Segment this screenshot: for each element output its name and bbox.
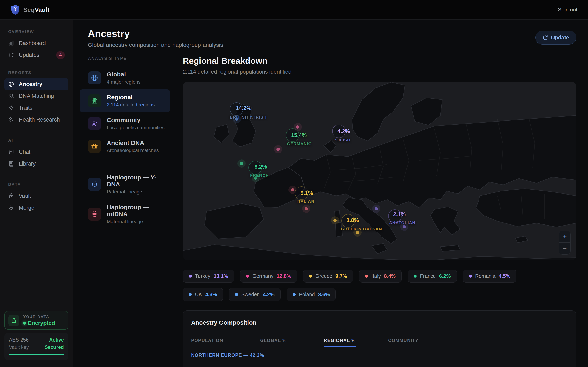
legend-value: 13.1% — [214, 273, 228, 279]
legend-dot — [235, 293, 238, 296]
lock-icon — [8, 193, 15, 199]
legend-value: 4.3% — [205, 292, 217, 298]
key-status-active: Active — [44, 337, 64, 343]
sidebar-item-ancestry[interactable]: Ancestry — [4, 78, 68, 90]
brand[interactable]: SeqVault — [11, 4, 49, 15]
sidebar-item-health-research[interactable]: Health Research — [4, 114, 68, 125]
legend-dot — [469, 275, 472, 278]
legend-row-2: UK 4.3% Sweden 4.2% Poland 3.6% — [183, 288, 576, 301]
marker-label: GREEK & BALKAN — [341, 227, 382, 231]
marker-value: 15.4% — [291, 132, 307, 138]
marker-value: 9.1% — [301, 190, 313, 196]
people-icon — [88, 117, 101, 130]
legend-value: 8.4% — [384, 273, 396, 279]
ancestry-composition-card: Ancestry Composition POPULATION GLOBAL %… — [183, 310, 576, 367]
sidebar-item-updates[interactable]: Updates 4 — [4, 49, 68, 61]
legend-dot — [309, 275, 312, 278]
page-header: Ancestry Global ancestry composition and… — [73, 20, 588, 53]
sidebar-item-dashboard[interactable]: Dashboard — [4, 37, 68, 49]
population-dot — [403, 225, 406, 228]
population-dot — [333, 219, 337, 222]
legend-chip-sweden[interactable]: Sweden 4.2% — [229, 288, 281, 301]
marker-label: FRENCH — [250, 173, 269, 178]
sidebar-item-label: Merge — [19, 205, 35, 211]
key-type: AES-256 — [9, 337, 29, 343]
legend-chip-italy[interactable]: Italy 8.4% — [359, 269, 402, 283]
status-dot — [23, 322, 26, 325]
sidebar-item-traits[interactable]: Traits — [4, 102, 68, 114]
marker-label: GERMANIC — [287, 141, 312, 146]
sign-out-link[interactable]: Sign out — [558, 7, 577, 13]
analysis-item-haplogroup-mtdna[interactable]: Haplogroup — mtDNA Maternal lineage — [80, 199, 170, 229]
column-community[interactable]: COMMUNITY — [388, 334, 568, 347]
sidebar-item-label: DNA Matching — [19, 93, 54, 99]
marker-value: 1.8% — [346, 217, 359, 224]
legend-chip-turkey[interactable]: Turkey 13.1% — [183, 269, 234, 283]
column-regional[interactable]: REGIONAL % — [324, 334, 388, 347]
marker-value: 14.2% — [236, 105, 251, 111]
sidebar-item-chat[interactable]: Chat — [4, 146, 68, 158]
analysis-item-community[interactable]: Community Local genetic communities — [80, 112, 170, 135]
zoom-in-button[interactable]: + — [559, 231, 571, 243]
bar-chart-icon — [8, 40, 15, 47]
table-row-scandinavian[interactable]: Scandinavian 18.7% 15.9% Strong Nordic B… — [183, 363, 576, 367]
marker-label: BRITISH & IRISH — [230, 115, 267, 119]
europe-map[interactable]: 14.2% BRITISH & IRISH 15.4% GERMANIC 4.2… — [183, 82, 576, 260]
marker-value: 4.2% — [337, 128, 350, 134]
sidebar-item-merge[interactable]: Merge — [4, 202, 68, 214]
microscope-icon — [8, 117, 15, 123]
sparkle-icon — [8, 105, 15, 111]
legend-name: Poland — [299, 292, 315, 298]
legend-value: 4.2% — [263, 292, 275, 298]
analysis-type-panel: ANALYSIS TYPE Global 4 major regions — [73, 53, 170, 367]
your-data-label: YOUR DATA — [23, 315, 55, 319]
population-dot — [296, 125, 299, 129]
column-population[interactable]: POPULATION — [191, 334, 260, 347]
sidebar-item-dna-matching[interactable]: DNA Matching — [4, 90, 68, 102]
section-title: Regional Breakdown — [183, 56, 576, 66]
legend-name: Sweden — [241, 292, 260, 298]
analysis-item-ancient-dna[interactable]: Ancient DNA Archaeological matches — [80, 135, 170, 158]
analysis-item-regional[interactable]: Regional 2,114 detailed regions — [80, 89, 170, 112]
chromosome-icon — [88, 208, 101, 221]
legend-chip-romania[interactable]: Romania 4.5% — [463, 269, 516, 283]
legend-chip-uk[interactable]: UK 4.3% — [183, 288, 223, 301]
sidebar-divider — [7, 175, 66, 175]
legend-chip-poland[interactable]: Poland 3.6% — [287, 288, 336, 301]
legend-row-1: Turkey 13.1% Germany 12.8% Greece 9.7% — [183, 269, 576, 283]
shield-logo-icon — [11, 4, 20, 15]
legend-chip-germany[interactable]: Germany 12.8% — [240, 269, 297, 283]
analysis-item-subtitle: Local genetic communities — [107, 125, 164, 131]
analysis-item-title: Haplogroup — Y-DNA — [107, 174, 165, 188]
legend-chip-france[interactable]: France 6.2% — [408, 269, 457, 283]
page-subtitle: Global ancestry composition and haplogro… — [88, 42, 223, 48]
regional-breakdown-panel: Regional Breakdown 2,114 detailed region… — [170, 53, 588, 367]
legend-chip-greece[interactable]: Greece 9.7% — [303, 269, 353, 283]
update-button[interactable]: Update — [535, 31, 576, 45]
marker-label: POLISH — [333, 138, 350, 142]
legend-value: 4.5% — [499, 273, 510, 279]
population-dot — [277, 148, 280, 151]
book-icon — [8, 160, 15, 167]
buildings-icon — [88, 94, 101, 107]
analysis-type-heading: ANALYSIS TYPE — [80, 56, 170, 61]
refresh-icon — [543, 35, 548, 41]
legend-name: Italy — [371, 273, 381, 279]
sidebar-section-overview: OVERVIEW — [4, 29, 68, 34]
zoom-out-button[interactable]: − — [559, 243, 571, 254]
analysis-item-global[interactable]: Global 4 major regions — [80, 67, 170, 89]
population-dot — [240, 162, 243, 165]
legend-dot — [365, 275, 368, 278]
sidebar-item-vault[interactable]: Vault — [4, 190, 68, 202]
globe-icon — [88, 71, 101, 84]
population-dot — [375, 207, 378, 210]
analysis-item-haplogroup-ydna[interactable]: Haplogroup — Y-DNA Paternal lineage — [80, 169, 170, 199]
sidebar-item-library[interactable]: Library — [4, 158, 68, 170]
column-global[interactable]: GLOBAL % — [260, 334, 324, 347]
page-title: Ancestry — [88, 28, 223, 39]
composition-section-header: NORTHERN EUROPE — 42.3% — [183, 347, 576, 363]
legend-value: 3.6% — [318, 292, 330, 298]
sidebar-item-label: Traits — [19, 105, 33, 111]
legend-value: 9.7% — [336, 273, 347, 279]
key-label: Vault key — [9, 344, 29, 350]
